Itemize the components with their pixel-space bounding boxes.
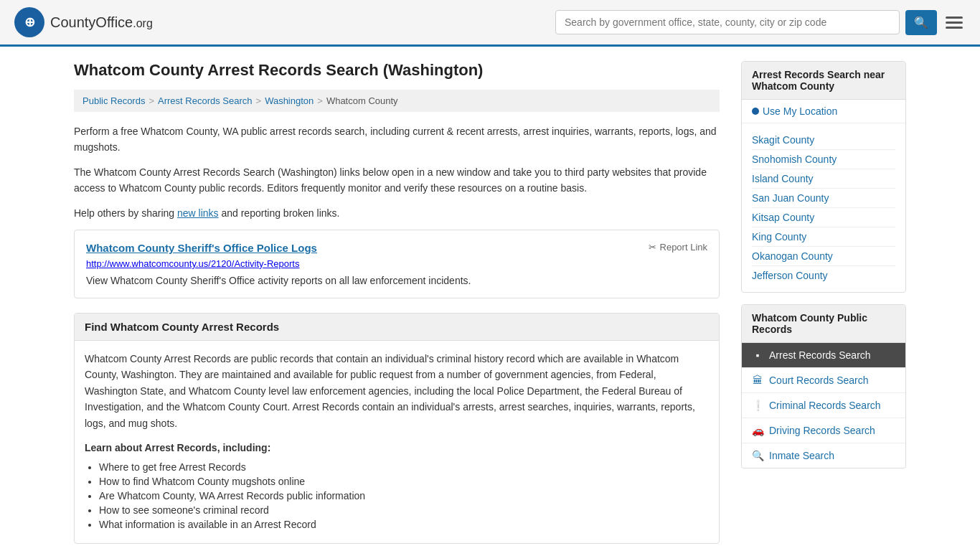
- logo-text: CountyOffice.org: [50, 14, 153, 31]
- public-records-section: Whatcom County Public Records ▪ Arrest R…: [741, 304, 906, 468]
- new-links-link[interactable]: new links: [177, 207, 219, 219]
- list-item: Jefferson County: [752, 266, 895, 285]
- records-list: ▪ Arrest Records Search 🏛 Court Records …: [742, 343, 905, 468]
- nearby-heading: Arrest Records Search near Whatcom Count…: [742, 62, 905, 100]
- search-button[interactable]: 🔍: [905, 10, 937, 35]
- find-section: Find Whatcom County Arrest Records Whatc…: [74, 313, 720, 544]
- main-container: Whatcom County Arrest Records Search (Wa…: [60, 47, 920, 551]
- arrest-icon: ▪: [752, 349, 763, 361]
- location-icon: [752, 108, 759, 115]
- list-item: What information is available in an Arre…: [99, 519, 709, 530]
- criminal-records-link[interactable]: ❕ Criminal Records Search: [742, 393, 905, 418]
- breadcrumb-current: Whatcom County: [326, 95, 398, 106]
- sheriff-link-card: Whatcom County Sheriff's Office Police L…: [74, 230, 720, 298]
- description-3: Help others by sharing new links and rep…: [74, 205, 720, 221]
- link-card-link[interactable]: http://www.whatcomcounty.us/2120/Activit…: [86, 258, 299, 269]
- page-title: Whatcom County Arrest Records Search (Wa…: [74, 61, 720, 80]
- list-item: King County: [752, 227, 895, 247]
- search-bar-area: 🔍: [555, 10, 966, 35]
- nearby-section: Arrest Records Search near Whatcom Count…: [741, 61, 906, 293]
- list-item: Snohomish County: [752, 150, 895, 169]
- jefferson-county-link[interactable]: Jefferson County: [752, 270, 828, 281]
- breadcrumb-washington[interactable]: Washington: [265, 95, 314, 106]
- content-area: Whatcom County Arrest Records Search (Wa…: [74, 61, 720, 551]
- find-section-heading: Find Whatcom County Arrest Records: [75, 314, 719, 341]
- list-item: Okanogan County: [752, 247, 895, 266]
- records-item-driving: 🚗 Driving Records Search: [742, 418, 905, 443]
- okanogan-county-link[interactable]: Okanogan County: [752, 250, 833, 262]
- learn-heading: Learn about Arrest Records, including:: [85, 440, 709, 456]
- records-item-inmate: 🔍 Inmate Search: [742, 443, 905, 468]
- search-input[interactable]: [555, 10, 900, 34]
- inmate-icon: 🔍: [752, 450, 763, 461]
- criminal-icon: ❕: [752, 400, 763, 411]
- skagit-county-link[interactable]: Skagit County: [752, 134, 814, 146]
- list-item: Island County: [752, 169, 895, 189]
- nearby-counties-list: Skagit County Snohomish County Island Co…: [742, 123, 905, 292]
- list-item: Kitsap County: [752, 208, 895, 227]
- court-icon: 🏛: [752, 375, 763, 386]
- description-1: Perform a free Whatcom County, WA public…: [74, 123, 720, 156]
- records-item-court: 🏛 Court Records Search: [742, 368, 905, 393]
- driving-records-link[interactable]: 🚗 Driving Records Search: [742, 418, 905, 443]
- records-item-arrest: ▪ Arrest Records Search: [742, 343, 905, 368]
- description-2: The Whatcom County Arrest Records Search…: [74, 164, 720, 197]
- king-county-link[interactable]: King County: [752, 231, 806, 242]
- link-card-url: http://www.whatcomcounty.us/2120/Activit…: [86, 258, 707, 269]
- logo-area: ⊕ CountyOffice.org: [14, 7, 153, 37]
- island-county-link[interactable]: Island County: [752, 173, 814, 184]
- kitsap-county-link[interactable]: Kitsap County: [752, 212, 814, 223]
- breadcrumb-public-records[interactable]: Public Records: [83, 95, 145, 106]
- site-header: ⊕ CountyOffice.org 🔍: [0, 0, 980, 47]
- inmate-search-link[interactable]: 🔍 Inmate Search: [742, 443, 905, 468]
- list-item: Where to get free Arrest Records: [99, 461, 709, 473]
- report-link-button[interactable]: ✂ Report Link: [649, 242, 707, 253]
- breadcrumb-arrest-records[interactable]: Arrest Records Search: [158, 95, 253, 106]
- menu-button[interactable]: [943, 14, 966, 32]
- records-item-criminal: ❕ Criminal Records Search: [742, 393, 905, 418]
- logo-icon: ⊕: [14, 7, 44, 37]
- list-item: How to find Whatcom County mugshots onli…: [99, 476, 709, 487]
- san-juan-county-link[interactable]: San Juan County: [752, 192, 829, 204]
- list-item: Are Whatcom County, WA Arrest Records pu…: [99, 490, 709, 501]
- find-section-body: Whatcom County Arrest Records are public…: [85, 351, 709, 431]
- scissors-icon: ✂: [649, 242, 656, 253]
- list-item: San Juan County: [752, 189, 895, 208]
- link-card-title[interactable]: Whatcom County Sheriff's Office Police L…: [86, 242, 317, 254]
- arrest-records-link[interactable]: ▪ Arrest Records Search: [742, 343, 905, 367]
- court-records-link[interactable]: 🏛 Court Records Search: [742, 368, 905, 392]
- link-card-description: View Whatcom County Sheriff's Office act…: [86, 275, 707, 286]
- use-my-location[interactable]: Use My Location: [742, 100, 905, 123]
- list-item: Skagit County: [752, 131, 895, 150]
- breadcrumb: Public Records > Arrest Records Search >…: [74, 90, 720, 112]
- snohomish-county-link[interactable]: Snohomish County: [752, 154, 837, 165]
- sidebar: Arrest Records Search near Whatcom Count…: [741, 61, 906, 551]
- driving-icon: 🚗: [752, 425, 763, 436]
- records-heading: Whatcom County Public Records: [742, 305, 905, 343]
- learn-list: Where to get free Arrest Records How to …: [85, 461, 709, 530]
- list-item: How to see someone's criminal record: [99, 504, 709, 516]
